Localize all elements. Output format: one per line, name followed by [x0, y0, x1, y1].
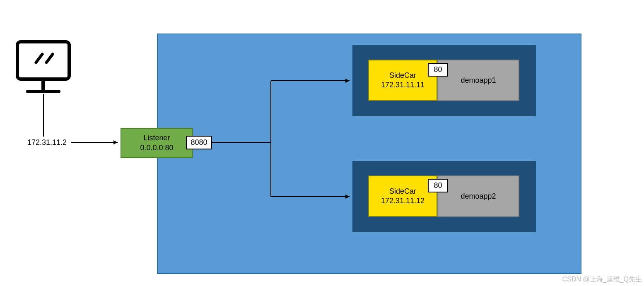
pod2-port-text: 80	[434, 181, 442, 190]
client-ip-text: 172.31.11.2	[27, 138, 67, 147]
pod2-port-badge: 80	[428, 179, 448, 192]
watermark-text: CSDN @上海_运维_Q先生	[562, 276, 642, 283]
listener-addr: 0.0.0.0:80	[140, 143, 173, 153]
client-ip-label: 172.31.11.2	[23, 138, 71, 147]
diagram-canvas: 172.31.11.2 Listener 0.0.0.0:80 8080 Sid…	[0, 0, 644, 286]
svg-line-2	[46, 54, 53, 62]
listener-box: Listener 0.0.0.0:80	[121, 128, 193, 158]
pod1-port-badge: 80	[428, 63, 448, 77]
pod2-sidecar: SideCar 172.31.11.12	[368, 175, 437, 217]
pod2-app-name: demoapp2	[461, 192, 496, 201]
pod2-app: demoapp2	[437, 175, 519, 217]
pod2-sidecar-ip: 172.31.11.12	[381, 196, 425, 206]
pod1-sidecar-ip: 172.31.11.11	[381, 80, 425, 90]
listener-title: Listener	[143, 133, 170, 143]
svg-line-1	[36, 54, 42, 62]
pod1-sidecar: SideCar 172.31.11.11	[368, 60, 437, 101]
listener-port-text: 8080	[191, 138, 207, 147]
watermark: CSDN @上海_运维_Q先生	[518, 275, 642, 284]
pod1-app: demoapp1	[437, 60, 519, 101]
svg-rect-0	[17, 42, 69, 79]
pod1-sidecar-title: SideCar	[389, 71, 416, 80]
pod1-port-text: 80	[434, 65, 442, 74]
pod1-app-name: demoapp1	[461, 76, 496, 85]
listener-port-badge: 8080	[186, 136, 212, 149]
monitor-icon	[15, 40, 71, 94]
pod2-sidecar-title: SideCar	[389, 187, 416, 196]
